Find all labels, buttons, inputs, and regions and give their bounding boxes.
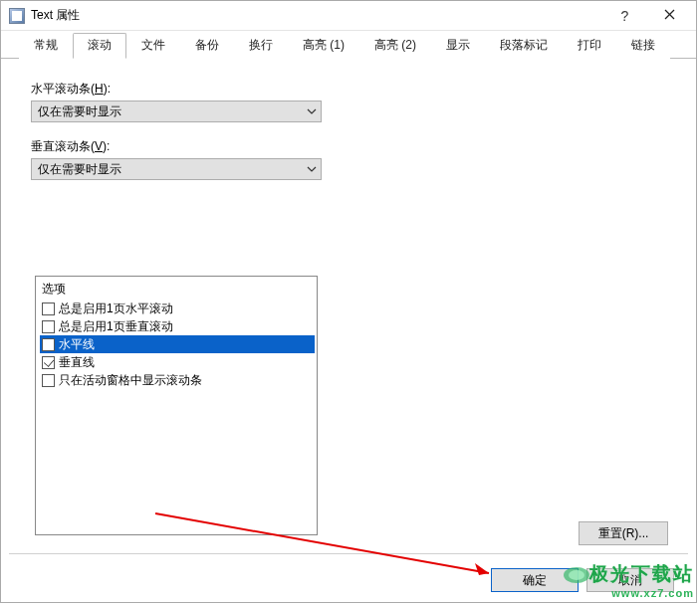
reset-button[interactable]: 重置(R)... — [579, 521, 668, 545]
checkbox-icon[interactable] — [42, 356, 55, 369]
option-label: 只在活动窗格中显示滚动条 — [59, 372, 202, 389]
tab-backup[interactable]: 备份 — [180, 33, 234, 59]
option-label: 总是启用1页水平滚动 — [59, 301, 173, 317]
svg-point-5 — [569, 570, 584, 580]
tab-link[interactable]: 链接 — [616, 33, 670, 59]
options-listbox[interactable]: 选项 总是启用1页水平滚动 总是启用1页垂直滚动 水平线 垂直线 只在活动窗格中… — [35, 276, 318, 535]
tab-bar: 常规 滚动 文件 备份 换行 高亮 (1) 高亮 (2) 显示 段落标记 打印 … — [1, 31, 696, 59]
option-row[interactable]: 总是启用1页垂直滚动 — [40, 317, 315, 335]
watermark-decor-icon — [563, 565, 590, 585]
option-label: 水平线 — [59, 336, 95, 353]
chevron-down-icon — [307, 166, 317, 172]
separator — [9, 553, 688, 554]
close-icon — [664, 9, 675, 23]
tab-highlight1[interactable]: 高亮 (1) — [288, 33, 359, 59]
svg-marker-3 — [475, 563, 489, 575]
close-button[interactable] — [647, 2, 692, 30]
option-label: 垂直线 — [59, 354, 95, 371]
vscroll-select[interactable]: 仅在需要时显示 — [31, 158, 322, 180]
checkbox-icon[interactable] — [42, 320, 55, 333]
cancel-button[interactable]: 取消 — [586, 568, 674, 592]
vscroll-value: 仅在需要时显示 — [38, 161, 121, 178]
tab-file[interactable]: 文件 — [126, 33, 180, 59]
tab-paragraph[interactable]: 段落标记 — [485, 33, 563, 59]
hscroll-select[interactable]: 仅在需要时显示 — [31, 101, 322, 122]
options-title: 选项 — [40, 281, 315, 298]
window-title: Text 属性 — [31, 7, 80, 24]
tab-scroll[interactable]: 滚动 — [73, 33, 126, 59]
hscroll-label: 水平滚动条(H): — [31, 81, 668, 98]
help-button[interactable]: ? — [602, 2, 647, 30]
tab-highlight2[interactable]: 高亮 (2) — [359, 33, 431, 59]
app-icon — [9, 8, 25, 24]
vscroll-label: 垂直滚动条(V): — [31, 138, 668, 155]
chevron-down-icon — [307, 108, 317, 114]
titlebar: Text 属性 ? — [1, 1, 696, 31]
option-row[interactable]: 总是启用1页水平滚动 — [40, 300, 315, 317]
tab-print[interactable]: 打印 — [563, 33, 616, 59]
checkbox-icon[interactable] — [42, 374, 55, 387]
tab-display[interactable]: 显示 — [431, 33, 485, 59]
option-label: 总是启用1页垂直滚动 — [59, 318, 173, 335]
tab-content: 水平滚动条(H): 仅在需要时显示 垂直滚动条(V): 仅在需要时显示 — [1, 59, 696, 180]
checkbox-icon[interactable] — [42, 338, 55, 351]
checkbox-icon[interactable] — [42, 302, 55, 315]
option-row[interactable]: 垂直线 — [40, 353, 315, 371]
option-row[interactable]: 只在活动窗格中显示滚动条 — [40, 371, 315, 389]
option-row[interactable]: 水平线 — [40, 335, 315, 353]
hscroll-value: 仅在需要时显示 — [38, 103, 121, 120]
dialog-window: Text 属性 ? 常规 滚动 文件 备份 换行 高亮 (1) 高亮 (2) 显… — [0, 0, 697, 603]
tab-general[interactable]: 常规 — [19, 33, 73, 59]
tab-wrap[interactable]: 换行 — [234, 33, 288, 59]
